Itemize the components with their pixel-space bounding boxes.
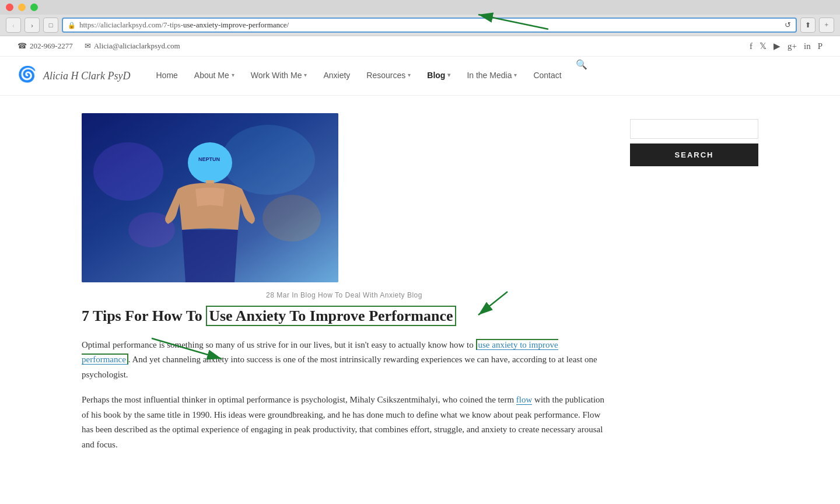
browser-chrome: ‹ › □ 🔒 https://aliciaclarkpsyd.com/7-ti… xyxy=(0,0,840,36)
forward-button[interactable]: › xyxy=(24,18,40,33)
svg-point-3 xyxy=(262,195,321,242)
close-button[interactable] xyxy=(6,4,13,11)
svg-text:NEPTUN: NEPTUN xyxy=(198,156,220,162)
url-highlighted-part: use-anxiety-improve-performance/ xyxy=(183,20,289,30)
para1-before: Optimal performance is something so many… xyxy=(82,340,476,349)
svg-point-1 xyxy=(222,125,315,195)
paragraph-2: Perhaps the most influential thinker in … xyxy=(82,393,607,452)
nav-link-resources[interactable]: Resources ▾ xyxy=(358,59,419,93)
svg-point-2 xyxy=(93,142,163,201)
logo-icon: 🌀 xyxy=(18,65,38,86)
phone-icon: ☎ xyxy=(18,41,27,51)
nav-item-media: In the Media ▾ xyxy=(459,59,525,93)
nav-item-work: Work With Me ▾ xyxy=(243,59,316,93)
page-layout: NEPTUN 28 Mar In Blog How To Deal With A… xyxy=(70,96,770,480)
sidebar-toggle-button[interactable]: □ xyxy=(43,18,58,33)
article-title: 7 Tips For How To Use Anxiety To Improve… xyxy=(82,306,607,326)
sidebar: SEARCH xyxy=(630,113,758,463)
share-button[interactable]: ⬆ xyxy=(800,18,816,33)
browser-nav-bar: ‹ › □ 🔒 https://aliciaclarkpsyd.com/7-ti… xyxy=(0,15,840,36)
chevron-down-icon: ▾ xyxy=(447,72,450,78)
paragraph-1: Optimal performance is something so many… xyxy=(82,338,607,383)
para2-before: Perhaps the most influential thinker in … xyxy=(82,395,516,404)
nav-link-contact[interactable]: Contact xyxy=(525,59,569,93)
top-contact-bar: ☎ 202-969-2277 ✉ Alicia@aliciaclarkpsyd.… xyxy=(0,36,840,57)
search-icon[interactable]: 🔍 xyxy=(570,48,593,81)
url-text: https://aliciaclarkpsyd.com/7-tips-use-a… xyxy=(79,20,289,30)
youtube-icon[interactable]: ▶ xyxy=(774,41,780,51)
social-links: f 𝕏 ▶ g+ in P xyxy=(750,41,822,51)
nav-item-anxiety: Anxiety xyxy=(315,59,358,93)
back-button[interactable]: ‹ xyxy=(6,18,21,33)
nav-item-home: Home xyxy=(148,59,186,93)
browser-titlebar xyxy=(0,0,840,15)
title-before: 7 Tips For How To xyxy=(82,307,206,324)
article-meta: 28 Mar In Blog How To Deal With Anxiety … xyxy=(82,291,607,299)
chevron-down-icon: ▾ xyxy=(514,72,517,78)
para2-flow-link[interactable]: flow xyxy=(516,395,533,405)
para1-after: . And yet channeling anxiety into succes… xyxy=(82,355,597,379)
pinterest-icon[interactable]: P xyxy=(818,41,822,51)
minimize-button[interactable] xyxy=(18,4,26,11)
twitter-icon[interactable]: 𝕏 xyxy=(760,41,766,51)
search-input[interactable] xyxy=(630,119,758,139)
linkedin-icon[interactable]: in xyxy=(804,41,811,51)
nav-menu: Home About Me ▾ Work With Me ▾ Anxiety R… xyxy=(148,59,822,93)
nav-search-item: 🔍 xyxy=(570,59,593,93)
nav-link-blog[interactable]: Blog ▾ xyxy=(419,59,459,93)
nav-link-work[interactable]: Work With Me ▾ xyxy=(243,59,316,93)
url-normal-part: https://aliciaclarkpsyd.com/7-tips- xyxy=(79,20,183,30)
nav-item-resources: Resources ▾ xyxy=(358,59,419,93)
refresh-button[interactable]: ↺ xyxy=(785,20,791,30)
googleplus-icon[interactable]: g+ xyxy=(788,41,797,51)
nav-link-home[interactable]: Home xyxy=(148,59,186,93)
email-info: ✉ Alicia@aliciaclarkpsyd.com xyxy=(85,41,180,51)
search-button[interactable]: SEARCH xyxy=(630,144,758,166)
article-image: NEPTUN xyxy=(82,113,338,282)
logo-text: Alicia H Clark PsyD xyxy=(43,70,130,82)
chevron-down-icon: ▾ xyxy=(232,72,235,78)
facebook-icon[interactable]: f xyxy=(750,41,752,51)
search-widget: SEARCH xyxy=(630,119,758,166)
chevron-down-icon: ▾ xyxy=(304,72,307,78)
nav-link-anxiety[interactable]: Anxiety xyxy=(315,59,358,93)
nav-link-media[interactable]: In the Media ▾ xyxy=(459,59,525,93)
title-highlighted: Use Anxiety To Improve Performance xyxy=(206,306,456,326)
chevron-down-icon: ▾ xyxy=(408,72,411,78)
email-icon: ✉ xyxy=(85,41,91,51)
nav-item-contact: Contact xyxy=(525,59,569,93)
nav-item-about: About Me ▾ xyxy=(186,59,243,93)
browser-actions: ⬆ + xyxy=(800,18,834,33)
main-content: NEPTUN 28 Mar In Blog How To Deal With A… xyxy=(82,113,607,463)
svg-point-5 xyxy=(188,142,232,183)
article-body: Optimal performance is something so many… xyxy=(82,338,607,453)
nav-item-blog: Blog ▾ xyxy=(419,59,459,93)
email-address: Alicia@aliciaclarkpsyd.com xyxy=(94,41,180,51)
contact-info: ☎ 202-969-2277 ✉ Alicia@aliciaclarkpsyd.… xyxy=(18,41,180,51)
nav-link-about[interactable]: About Me ▾ xyxy=(186,59,243,93)
phone-number: 202-969-2277 xyxy=(30,41,73,51)
phone-info: ☎ 202-969-2277 xyxy=(18,41,73,51)
maximize-button[interactable] xyxy=(30,4,38,11)
new-tab-button[interactable]: + xyxy=(819,18,834,33)
main-navigation: 🌀 Alicia H Clark PsyD Home About Me ▾ Wo… xyxy=(0,57,840,96)
lock-icon: 🔒 xyxy=(68,22,76,29)
site-logo[interactable]: 🌀 Alicia H Clark PsyD xyxy=(18,57,130,95)
url-bar[interactable]: 🔒 https://aliciaclarkpsyd.com/7-tips-use… xyxy=(62,18,797,33)
article-hero-image: NEPTUN xyxy=(82,113,338,282)
